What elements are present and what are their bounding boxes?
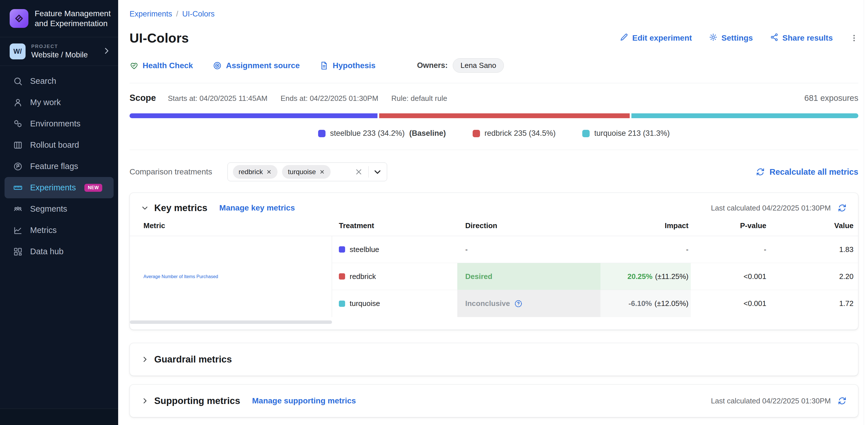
key-metrics-card: Key metrics Manage key metrics Last calc… bbox=[129, 192, 858, 330]
sidebar-item-rollout-board[interactable]: Rollout board bbox=[4, 134, 114, 156]
share-icon bbox=[770, 33, 778, 43]
remove-chip-icon[interactable] bbox=[319, 169, 325, 175]
settings-button[interactable]: Settings bbox=[709, 33, 753, 43]
impact-value: -6.10% bbox=[628, 299, 652, 308]
key-metrics-title-toggle[interactable]: Key metrics bbox=[141, 203, 207, 213]
sidebar-item-label: Segments bbox=[30, 204, 67, 214]
brand-home[interactable]: Feature Management and Experimentation bbox=[0, 0, 118, 37]
metric-link[interactable]: Average Number of Items Purchased bbox=[144, 274, 218, 279]
recalculate-all-metrics-button[interactable]: Recalculate all metrics bbox=[756, 167, 858, 177]
project-switcher[interactable]: W/ PROJECT Website / Mobile bbox=[0, 37, 118, 66]
sidebar-item-search[interactable]: Search bbox=[4, 70, 114, 92]
column-header-p-value: P-value bbox=[691, 221, 768, 236]
legend-baseline-suffix: (Baseline) bbox=[409, 129, 446, 138]
table-row-turquoise-treatment: turquoise bbox=[332, 290, 457, 317]
breadcrumb-current[interactable]: UI-Colors bbox=[182, 10, 215, 19]
edit-experiment-button[interactable]: Edit experiment bbox=[620, 33, 692, 43]
impact-confidence-interval: (±11.25%) bbox=[655, 272, 688, 281]
comparison-treatments-select[interactable]: redbrick turquoise bbox=[227, 162, 387, 181]
refresh-icon[interactable] bbox=[838, 204, 847, 212]
horizontal-scrollbar bbox=[130, 321, 858, 324]
scrollbar-gutter bbox=[864, 0, 864, 425]
sidebar-footer bbox=[0, 408, 118, 425]
sidebar-item-metrics[interactable]: Metrics bbox=[4, 220, 114, 241]
app-logo-icon bbox=[10, 9, 28, 28]
guardrail-metrics-toggle[interactable]: Guardrail metrics bbox=[141, 354, 232, 365]
sidebar-item-my-work[interactable]: My work bbox=[4, 92, 114, 113]
health-check-link[interactable]: Health Check bbox=[129, 61, 193, 70]
owner-pill[interactable]: Lena Sano bbox=[453, 58, 504, 73]
sidebar-item-label: Data hub bbox=[30, 247, 64, 256]
line-chart-icon bbox=[13, 225, 23, 235]
data-hub-grid-icon bbox=[13, 247, 23, 256]
chip-turquoise[interactable]: turquoise bbox=[282, 165, 331, 179]
sidebar-item-environments[interactable]: Environments bbox=[4, 113, 114, 134]
project-name: Website / Mobile bbox=[31, 51, 88, 59]
search-icon bbox=[13, 77, 23, 86]
action-label: Settings bbox=[721, 33, 753, 42]
comparison-row: Comparison treatments redbrick turquoise bbox=[129, 162, 858, 181]
chevron-right-icon bbox=[102, 47, 111, 56]
ruler-icon bbox=[13, 183, 23, 192]
column-header-impact: Impact bbox=[600, 221, 691, 236]
project-avatar: W/ bbox=[10, 43, 26, 59]
sidebar-item-data-hub[interactable]: Data hub bbox=[4, 241, 114, 262]
remove-chip-icon[interactable] bbox=[266, 169, 272, 175]
chip-label: turquoise bbox=[288, 168, 316, 176]
p-value: <0.001 bbox=[744, 299, 766, 308]
meta-link-label: Assignment source bbox=[226, 61, 300, 70]
manage-supporting-metrics-link[interactable]: Manage supporting metrics bbox=[252, 396, 356, 405]
chevron-right-icon bbox=[141, 356, 149, 363]
assignment-source-link[interactable]: Assignment source bbox=[213, 61, 300, 70]
chevron-right-icon bbox=[141, 397, 149, 404]
chip-redbrick[interactable]: redbrick bbox=[233, 165, 278, 179]
heart-check-icon bbox=[129, 61, 138, 70]
redbrick-swatch bbox=[473, 130, 480, 137]
sidebar-item-label: Metrics bbox=[30, 225, 57, 235]
help-circle-icon[interactable] bbox=[514, 299, 523, 308]
value: 2.20 bbox=[839, 272, 854, 281]
recalculate-label: Recalculate all metrics bbox=[770, 167, 858, 177]
exposures-count: 681 exposures bbox=[804, 93, 858, 103]
gear-icon bbox=[709, 33, 717, 43]
breadcrumb-experiments[interactable]: Experiments bbox=[129, 10, 172, 19]
hypothesis-link[interactable]: Hypothesis bbox=[319, 61, 375, 70]
sidebar-item-feature-flags[interactable]: Feature flags bbox=[4, 156, 114, 177]
clear-select-icon[interactable] bbox=[355, 168, 363, 176]
last-calculated: Last calculated 04/22/2025 01:30PM bbox=[711, 396, 847, 405]
direction-label: Inconclusive bbox=[465, 299, 510, 308]
main-content: Experiments / UI-Colors UI-Colors Edit e… bbox=[118, 0, 868, 425]
share-results-button[interactable]: Share results bbox=[770, 33, 833, 43]
document-icon bbox=[319, 61, 329, 70]
impact-cell: 20.25% (±11.25%) bbox=[600, 263, 691, 290]
owners: Owners: Lena Sano bbox=[417, 58, 504, 73]
more-options-button[interactable] bbox=[850, 34, 858, 42]
breadcrumb-separator: / bbox=[176, 10, 178, 19]
chevron-down-icon[interactable] bbox=[373, 168, 382, 176]
treatment-label: redbrick bbox=[350, 272, 376, 281]
horizontal-scrollbar-thumb[interactable] bbox=[130, 321, 332, 324]
manage-key-metrics-link[interactable]: Manage key metrics bbox=[219, 204, 295, 212]
p-value: <0.001 bbox=[744, 272, 766, 281]
bar-segment-turquoise bbox=[631, 113, 858, 118]
refresh-icon bbox=[756, 167, 765, 176]
legend-item-redbrick: redbrick 235 (34.5%) bbox=[473, 129, 556, 138]
redbrick-swatch bbox=[339, 273, 345, 279]
p-value: - bbox=[764, 245, 766, 254]
column-header-value: Value bbox=[768, 221, 858, 236]
sidebar-item-segments[interactable]: Segments bbox=[4, 198, 114, 220]
supporting-metrics-card: Supporting metrics Manage supporting met… bbox=[129, 384, 858, 417]
target-icon bbox=[213, 61, 222, 70]
hexagons-icon bbox=[13, 119, 23, 129]
value-cell: 1.83 bbox=[768, 236, 858, 263]
action-label: Edit experiment bbox=[632, 33, 692, 42]
p-value-cell: <0.001 bbox=[691, 263, 768, 290]
table-row-redbrick-treatment: redbrick bbox=[332, 263, 457, 290]
refresh-icon[interactable] bbox=[838, 396, 847, 405]
direction-cell: - bbox=[457, 236, 600, 263]
bar-segment-steelblue bbox=[129, 113, 377, 118]
sidebar-item-experiments[interactable]: Experiments NEW bbox=[4, 177, 114, 198]
supporting-metrics-toggle[interactable]: Supporting metrics bbox=[141, 395, 240, 406]
action-label: Share results bbox=[782, 33, 833, 42]
owners-label: Owners: bbox=[417, 61, 447, 70]
